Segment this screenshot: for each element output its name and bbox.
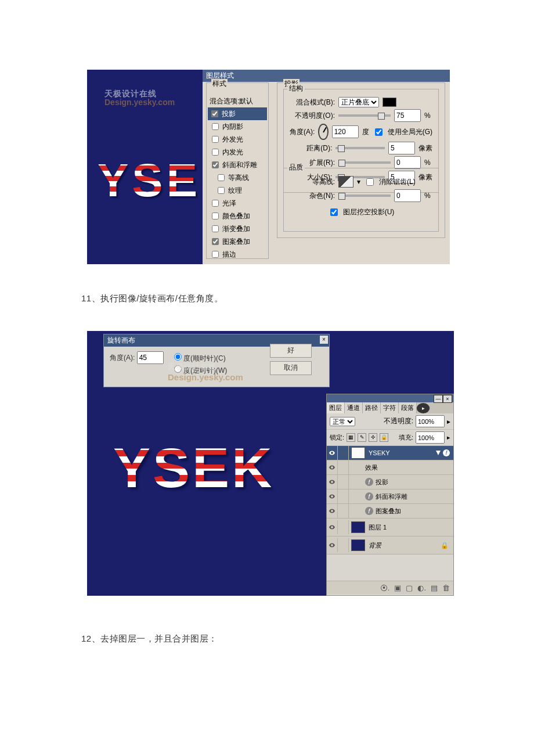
ok-button[interactable]: 好 bbox=[270, 344, 312, 358]
checkbox-icon[interactable] bbox=[212, 161, 219, 168]
folder-icon[interactable]: ▢ bbox=[406, 584, 413, 592]
chevron-down-icon[interactable]: ▾ bbox=[357, 178, 360, 186]
opacity-input[interactable] bbox=[394, 109, 421, 122]
effect-label: 描边 bbox=[222, 250, 236, 260]
visibility-eye-icon[interactable] bbox=[327, 460, 338, 474]
tab-paragraph[interactable]: 段落 bbox=[399, 402, 417, 413]
checkbox-icon[interactable] bbox=[212, 225, 219, 232]
chevron-down-icon[interactable] bbox=[436, 451, 441, 455]
fill-label: 填充: bbox=[399, 433, 413, 442]
opacity-input[interactable] bbox=[416, 415, 445, 427]
layer-row-text[interactable]: ✎ T YSEKY f bbox=[327, 446, 453, 460]
effect-inner-glow[interactable]: 内发光 bbox=[210, 146, 265, 159]
visibility-eye-icon[interactable] bbox=[327, 446, 338, 460]
angle-input[interactable] bbox=[332, 125, 359, 138]
knockout-checkbox[interactable] bbox=[330, 208, 338, 216]
checkbox-icon[interactable] bbox=[211, 110, 218, 117]
effect-satin[interactable]: 光泽 bbox=[210, 197, 265, 210]
blend-mode-select[interactable]: 正常 bbox=[330, 417, 355, 426]
checkbox-icon[interactable] bbox=[212, 238, 219, 245]
effect-pattern-overlay[interactable]: 图案叠加 bbox=[210, 235, 265, 248]
effect-texture[interactable]: 纹理 bbox=[215, 184, 265, 197]
checkbox-icon[interactable] bbox=[218, 174, 225, 181]
tab-layers[interactable]: 图层 bbox=[327, 402, 345, 413]
fill-input[interactable] bbox=[416, 431, 445, 444]
tab-character[interactable]: 字符 bbox=[381, 402, 399, 413]
close-icon[interactable]: × bbox=[320, 336, 328, 344]
checkbox-icon[interactable] bbox=[212, 251, 219, 258]
visibility-eye-icon[interactable] bbox=[327, 538, 338, 552]
effect-contour[interactable]: 等高线 bbox=[215, 171, 265, 184]
checkbox-icon[interactable] bbox=[212, 123, 219, 130]
contour-thumb[interactable] bbox=[338, 176, 353, 188]
tab-paths[interactable]: 路径 bbox=[363, 402, 381, 413]
group-title: 结构 bbox=[287, 84, 305, 93]
effect-stroke[interactable]: 描边 bbox=[210, 248, 265, 261]
spread-input[interactable] bbox=[394, 156, 421, 169]
adjustment-icon[interactable]: ◐. bbox=[417, 584, 426, 592]
checkbox-icon[interactable] bbox=[218, 187, 225, 194]
spread-slider[interactable] bbox=[338, 161, 391, 164]
antialias-checkbox[interactable] bbox=[366, 178, 374, 186]
layer-row-fx-pattern[interactable]: f图案叠加 bbox=[327, 504, 453, 519]
close-icon[interactable]: × bbox=[443, 395, 452, 403]
fx-icon[interactable]: ⦿. bbox=[380, 584, 390, 592]
effect-gradient-overlay[interactable]: 渐变叠加 bbox=[210, 222, 265, 235]
layer-row-fx[interactable]: 效果 bbox=[327, 460, 453, 475]
distance-input[interactable] bbox=[388, 142, 415, 154]
effect-drop-shadow[interactable]: 投影 bbox=[208, 107, 267, 120]
effect-inner-shadow[interactable]: 内阴影 bbox=[210, 120, 265, 133]
chevron-right-icon[interactable]: ▸ bbox=[447, 434, 450, 441]
fx-badge-icon[interactable]: f bbox=[443, 449, 450, 456]
visibility-eye-icon[interactable] bbox=[327, 520, 338, 534]
layer-row-fx-bevel[interactable]: f斜面和浮雕 bbox=[327, 489, 453, 504]
checkbox-icon[interactable] bbox=[212, 136, 219, 143]
distance-slider[interactable] bbox=[335, 147, 385, 149]
mask-icon[interactable]: ▣ bbox=[394, 584, 401, 592]
row-spread: 扩展(R): % bbox=[290, 156, 432, 169]
angle-input[interactable] bbox=[137, 351, 164, 364]
angle-dial[interactable] bbox=[318, 124, 328, 140]
use-global-checkbox[interactable] bbox=[375, 128, 383, 136]
visibility-eye-icon[interactable] bbox=[327, 504, 338, 518]
effect-color-overlay[interactable]: 颜色叠加 bbox=[210, 210, 265, 222]
cancel-button[interactable]: 取消 bbox=[270, 361, 312, 375]
effect-bevel[interactable]: 斜面和浮雕 bbox=[210, 159, 265, 171]
layer-name: f图案叠加 bbox=[349, 507, 453, 516]
panel-menu-icon[interactable]: ▸ bbox=[417, 403, 430, 413]
distance-label: 距离(D): bbox=[290, 143, 332, 153]
text-layer-thumb: T bbox=[351, 447, 365, 459]
trash-icon[interactable]: 🗑 bbox=[442, 584, 450, 592]
tab-channels[interactable]: 通道 bbox=[345, 402, 363, 413]
layer-thumb bbox=[351, 521, 365, 533]
effect-outer-glow[interactable]: 外发光 bbox=[210, 133, 265, 146]
blend-default-row[interactable]: 混合选项:默认 bbox=[210, 95, 265, 107]
shadow-color-swatch[interactable] bbox=[383, 98, 396, 107]
link-icon[interactable]: ✎ bbox=[338, 446, 349, 460]
lock-all-icon[interactable]: 🔒 bbox=[380, 433, 388, 442]
chevron-right-icon[interactable]: ▸ bbox=[447, 417, 450, 426]
lock-position-icon[interactable]: ✢ bbox=[369, 433, 377, 442]
row-mode-opacity: 正常 不透明度: ▸ bbox=[327, 413, 453, 430]
checkbox-icon[interactable] bbox=[212, 213, 219, 219]
layer-row-layer1[interactable]: 图层 1 bbox=[327, 519, 453, 537]
visibility-eye-icon[interactable] bbox=[327, 489, 338, 503]
lock-transparency-icon[interactable]: ▦ bbox=[347, 433, 355, 442]
opacity-slider[interactable] bbox=[338, 114, 391, 117]
minimize-icon[interactable]: — bbox=[434, 395, 443, 403]
fx-label: 投影 bbox=[376, 478, 388, 485]
radio-icon[interactable] bbox=[174, 353, 182, 361]
new-layer-icon[interactable]: ▤ bbox=[431, 584, 438, 592]
layer-row-background[interactable]: 背景 🔒 bbox=[327, 537, 453, 555]
unit-percent: % bbox=[424, 159, 431, 167]
checkbox-icon[interactable] bbox=[212, 149, 219, 156]
effect-label: 投影 bbox=[222, 109, 236, 119]
lock-pixels-icon[interactable]: ✎ bbox=[358, 433, 366, 442]
noise-slider[interactable] bbox=[338, 195, 391, 197]
noise-input[interactable] bbox=[394, 189, 421, 202]
fx-label: 斜面和浮雕 bbox=[376, 493, 407, 500]
checkbox-icon[interactable] bbox=[212, 200, 219, 207]
blend-mode-select[interactable]: 正片叠底 bbox=[338, 97, 379, 107]
layer-row-fx-shadow[interactable]: f投影 bbox=[327, 475, 453, 489]
visibility-eye-icon[interactable] bbox=[327, 475, 338, 489]
